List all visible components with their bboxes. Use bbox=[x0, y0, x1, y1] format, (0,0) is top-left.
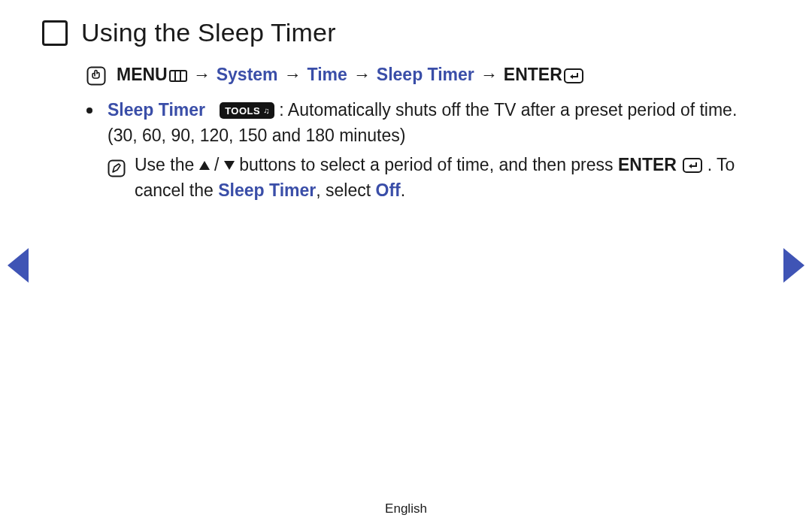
note-sleep-timer: Sleep Timer bbox=[218, 180, 316, 200]
tools-badge: TOOLS ♫ bbox=[220, 102, 274, 119]
note-content: Use the / buttons to select a period of … bbox=[135, 152, 767, 204]
breadcrumb-system: System bbox=[217, 62, 278, 88]
sleep-timer-label: Sleep Timer bbox=[108, 100, 205, 120]
section-box-icon bbox=[42, 20, 68, 46]
arrow-icon: → bbox=[353, 62, 371, 88]
breadcrumb-sleep-timer: Sleep Timer bbox=[377, 62, 474, 88]
tools-badge-text: TOOLS bbox=[225, 106, 260, 116]
svg-rect-5 bbox=[109, 161, 125, 177]
breadcrumb-menu: MENU bbox=[117, 62, 168, 88]
enter-return-icon bbox=[564, 62, 583, 88]
note-off: Off bbox=[376, 180, 401, 200]
title-row: Using the Sleep Timer bbox=[42, 18, 782, 47]
up-triangle-icon bbox=[199, 155, 214, 174]
note-pencil-icon bbox=[108, 155, 126, 181]
manual-page: Using the Sleep Timer MENU → System → bbox=[0, 0, 812, 530]
arrow-icon: → bbox=[193, 62, 211, 88]
bullet-dot-icon bbox=[86, 108, 92, 114]
next-page-button[interactable] bbox=[782, 248, 804, 283]
arrow-icon: → bbox=[480, 62, 498, 88]
note-part1: Use the bbox=[135, 155, 199, 174]
page-title: Using the Sleep Timer bbox=[81, 18, 336, 47]
note-enter: ENTER bbox=[618, 155, 677, 174]
note-row: Use the / buttons to select a period of … bbox=[108, 152, 767, 204]
note-part4: , select bbox=[316, 180, 375, 200]
svg-rect-1 bbox=[170, 71, 186, 81]
breadcrumb-time: Time bbox=[308, 62, 347, 88]
menu-grid-icon bbox=[169, 62, 187, 88]
bullet-content: Sleep Timer TOOLS ♫ : Automatically shut… bbox=[108, 97, 767, 204]
bullet-line-1: Sleep Timer TOOLS ♫ : Automatically shut… bbox=[108, 97, 767, 149]
note-part5: . bbox=[401, 180, 405, 200]
enter-return-icon bbox=[683, 155, 707, 174]
note-part2: buttons to select a period of time, and … bbox=[239, 155, 618, 174]
footer-language: English bbox=[0, 501, 812, 516]
arrow-icon: → bbox=[284, 62, 301, 88]
body-content: MENU → System → Time → Sleep Timer → ENT… bbox=[86, 62, 767, 204]
down-triangle-icon bbox=[219, 155, 239, 174]
breadcrumb-enter: ENTER bbox=[504, 62, 562, 88]
prev-page-button[interactable] bbox=[8, 248, 30, 283]
bullet-item: Sleep Timer TOOLS ♫ : Automatically shut… bbox=[86, 97, 767, 204]
breadcrumb: MENU → System → Time → Sleep Timer → ENT… bbox=[86, 62, 767, 88]
tools-badge-icon: ♫ bbox=[263, 107, 270, 115]
touch-hand-icon bbox=[86, 62, 106, 88]
